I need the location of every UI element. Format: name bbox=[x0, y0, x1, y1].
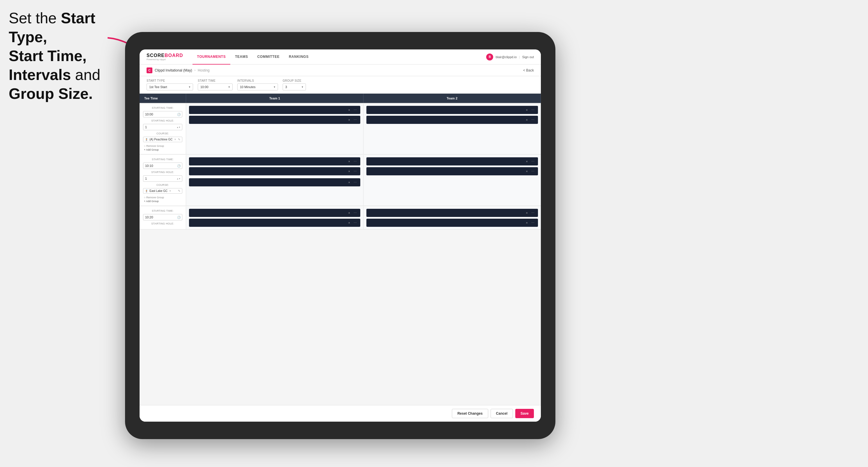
clock-icon-3: 🕐 bbox=[177, 216, 181, 219]
intervals-label: Intervals bbox=[237, 79, 278, 82]
remove-group-2[interactable]: ○ Remove Group bbox=[143, 196, 182, 199]
start-time-group: Start Time 10:00 10:30 11:00 bbox=[198, 79, 232, 90]
group-size-group: Group Size 2 3 4 5 bbox=[283, 79, 306, 90]
starting-hole-select-2-wrapper: 1210 bbox=[143, 175, 182, 182]
team1-cell-2: × ⋯ × ⋯ × ⋯ bbox=[186, 155, 364, 206]
player-remove-2-2[interactable]: × bbox=[347, 169, 351, 174]
player-remove-3-1[interactable]: × bbox=[347, 211, 351, 215]
team1-cell-1: × ⋯ × ⋯ bbox=[186, 103, 364, 154]
course-remove-1[interactable]: × bbox=[174, 138, 176, 141]
tournament-name[interactable]: Clippd Invitational (May) bbox=[155, 68, 192, 72]
remove-group-1[interactable]: ○ Remove Group bbox=[143, 145, 182, 148]
player-row-1-1: × ⋯ bbox=[189, 106, 360, 114]
instruction-text: Set the Start Type, Start Time, Interval… bbox=[9, 9, 131, 103]
player-more-2-4[interactable]: ⋯ bbox=[530, 159, 536, 164]
player-remove-2-5[interactable]: × bbox=[525, 169, 529, 174]
team1-cell-3: × ⋯ × ⋯ bbox=[186, 207, 364, 229]
breadcrumb-logo: C bbox=[147, 67, 152, 73]
start-type-select[interactable]: 1st Tee Start Shotgun Start Rolling Star… bbox=[147, 84, 193, 90]
player-remove-3-4[interactable]: × bbox=[525, 221, 529, 225]
course-label-1: COURSE: bbox=[143, 132, 182, 135]
group-size-select[interactable]: 2 3 4 5 bbox=[283, 84, 306, 90]
player-more-2-5[interactable]: ⋯ bbox=[530, 169, 536, 174]
starting-hole-select-1[interactable]: 1210 bbox=[143, 124, 182, 130]
player-row-3-2: × ⋯ bbox=[189, 219, 360, 227]
cancel-button[interactable]: Cancel bbox=[491, 409, 513, 418]
team2-cell-2: × ⋯ × ⋯ bbox=[364, 155, 541, 206]
nav-links: TOURNAMENTS TEAMS COMMITTEE RANKINGS bbox=[192, 50, 487, 65]
breadcrumb-context: Hosting bbox=[198, 68, 210, 72]
player-row-3-1: × ⋯ bbox=[189, 209, 360, 217]
course-edit-2[interactable]: ✎ bbox=[178, 189, 180, 192]
player-remove-1-2[interactable]: × bbox=[347, 118, 351, 122]
player-more-3-1[interactable]: ⋯ bbox=[352, 211, 358, 215]
starting-hole-select-2[interactable]: 1210 bbox=[143, 175, 182, 182]
starting-hole-select-1-wrapper: 1210 bbox=[143, 124, 182, 130]
starting-time-input-2[interactable] bbox=[143, 162, 182, 169]
player-remove-2-3[interactable]: × bbox=[347, 180, 351, 185]
start-type-wrapper: 1st Tee Start Shotgun Start Rolling Star… bbox=[147, 84, 193, 90]
start-time-select[interactable]: 10:00 10:30 11:00 bbox=[198, 84, 232, 90]
player-remove-2-1[interactable]: × bbox=[347, 159, 351, 164]
player-more-2-2[interactable]: ⋯ bbox=[352, 169, 358, 174]
player-more-3-4[interactable]: ⋯ bbox=[530, 221, 536, 225]
back-link[interactable]: Back bbox=[523, 68, 534, 72]
th-team2: Team 2 bbox=[364, 94, 541, 103]
course-field-2: 🏌 East Lake GC × ✎ bbox=[143, 188, 182, 194]
player-more-1-3[interactable]: ⋯ bbox=[530, 108, 536, 112]
player-more-3-3[interactable]: ⋯ bbox=[530, 211, 536, 215]
player-remove-3-3[interactable]: × bbox=[525, 211, 529, 215]
user-email: blair@clippd.io bbox=[496, 55, 517, 59]
nav-right: B blair@clippd.io | Sign out bbox=[486, 54, 534, 61]
player-more-2-3[interactable]: ⋯ bbox=[352, 180, 358, 185]
course-label-2: COURSE: bbox=[143, 184, 182, 186]
logo: SCOREBOARD bbox=[147, 53, 183, 58]
sign-out-link[interactable]: Sign out bbox=[522, 55, 534, 59]
group-row-3: STARTING TIME: 🕐 STARTING HOLE: × ⋯ × ⋯ bbox=[140, 207, 541, 229]
course-edit-1[interactable]: ✎ bbox=[178, 138, 180, 141]
breadcrumb-bar: C Clippd Invitational (May) › Hosting Ba… bbox=[140, 65, 541, 76]
th-team1: Team 1 bbox=[186, 94, 364, 103]
player-more-1-4[interactable]: ⋯ bbox=[530, 118, 536, 122]
starting-time-input-1-wrapper: 🕐 bbox=[143, 111, 182, 118]
nav-rankings[interactable]: RANKINGS bbox=[284, 50, 313, 65]
intervals-select[interactable]: 5 Minutes 10 Minutes 15 Minutes 20 Minut… bbox=[237, 84, 278, 90]
player-more-2-1[interactable]: ⋯ bbox=[352, 159, 358, 164]
starting-time-input-3[interactable] bbox=[143, 214, 182, 220]
player-row-2-5: × ⋯ bbox=[366, 167, 538, 175]
logo-area: SCOREBOARD Powered by clippd bbox=[147, 53, 183, 61]
player-more-3-2[interactable]: ⋯ bbox=[352, 221, 358, 225]
nav-tournaments[interactable]: TOURNAMENTS bbox=[192, 50, 230, 65]
player-remove-1-4[interactable]: × bbox=[525, 118, 529, 122]
nav-committee[interactable]: COMMITTEE bbox=[253, 50, 284, 65]
intervals-wrapper: 5 Minutes 10 Minutes 15 Minutes 20 Minut… bbox=[237, 84, 278, 90]
footer-bar: Reset Changes Cancel Save bbox=[140, 405, 541, 422]
instruction-line1: Set the Start Type, bbox=[9, 9, 95, 45]
player-remove-2-4[interactable]: × bbox=[525, 159, 529, 164]
controls-bar: Start Type 1st Tee Start Shotgun Start R… bbox=[140, 76, 541, 94]
course-icon-2: 🏌 bbox=[145, 190, 148, 192]
add-group-1[interactable]: + Add Group bbox=[143, 148, 182, 151]
reset-button[interactable]: Reset Changes bbox=[452, 409, 488, 418]
player-remove-3-2[interactable]: × bbox=[347, 221, 351, 225]
start-time-label: Start Time bbox=[198, 79, 232, 82]
instruction-line4: Group Size. bbox=[9, 85, 93, 102]
team2-cell-3: × ⋯ × ⋯ bbox=[364, 207, 541, 229]
left-panel-3: STARTING TIME: 🕐 STARTING HOLE: bbox=[140, 207, 186, 229]
player-row-2-4: × ⋯ bbox=[366, 157, 538, 165]
group-row-2: STARTING TIME: 🕐 STARTING HOLE: 1210 COU… bbox=[140, 155, 541, 206]
player-more-1-1[interactable]: ⋯ bbox=[352, 108, 358, 112]
group-row-1: STARTING TIME: 🕐 STARTING HOLE: 1210 COU… bbox=[140, 103, 541, 154]
nav-teams[interactable]: TEAMS bbox=[230, 50, 253, 65]
instruction-and: and bbox=[71, 66, 100, 83]
starting-time-input-1[interactable] bbox=[143, 111, 182, 118]
course-remove-2[interactable]: × bbox=[169, 189, 171, 192]
add-group-2[interactable]: + Add Group bbox=[143, 200, 182, 203]
player-more-1-2[interactable]: ⋯ bbox=[352, 118, 358, 122]
player-remove-1-1[interactable]: × bbox=[347, 108, 351, 112]
player-remove-1-3[interactable]: × bbox=[525, 108, 529, 112]
save-button[interactable]: Save bbox=[515, 409, 534, 418]
course-name-2: East Lake GC bbox=[150, 189, 167, 192]
starting-hole-label-3: STARTING HOLE: bbox=[143, 222, 182, 225]
start-time-wrapper: 10:00 10:30 11:00 bbox=[198, 84, 232, 90]
